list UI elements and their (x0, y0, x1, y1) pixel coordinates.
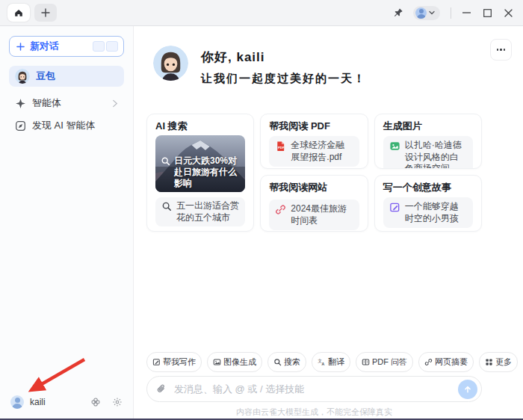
message-input[interactable] (173, 383, 458, 395)
doubao-app-window: 新对话 豆包 智能体 (0, 0, 523, 420)
titlebar-controls (388, 0, 519, 25)
maximize-icon (483, 9, 492, 17)
card-read-website[interactable]: 帮我阅读网站 2024最佳旅游时间表 (260, 175, 368, 232)
search-image-suggestion[interactable]: 日元大跌30%对赴日旅游有什么影响 (155, 135, 245, 192)
search-suggestion[interactable]: 五一出游适合赏花的五个城市 (155, 197, 245, 226)
doubao-avatar (15, 69, 30, 84)
discover-agents-icon (15, 120, 26, 132)
chip-label: 帮我写作 (163, 356, 196, 368)
suggestion-text: 以扎哈·哈迪德设计风格的白色商场空间 (405, 140, 467, 169)
card-title: 写一个创意故事 (383, 182, 473, 193)
sidebar-item-label: 豆包 (36, 70, 118, 83)
new-tab-plus-icon (41, 8, 50, 17)
pencil-square-icon (389, 202, 400, 213)
maximize-button[interactable] (477, 2, 498, 23)
greeting-avatar (153, 46, 188, 81)
close-icon (504, 9, 513, 17)
image-icon (213, 358, 221, 366)
link-icon (424, 358, 433, 366)
sidebar: 新对话 豆包 智能体 (0, 26, 134, 419)
card-title: AI 搜索 (155, 120, 245, 132)
chip-label: 图像生成 (223, 356, 256, 368)
chip-web-summary[interactable]: 网页摘要 (418, 352, 474, 372)
svg-text:A: A (322, 362, 325, 366)
chip-more[interactable]: 更多 (479, 352, 518, 372)
suggestion-text: 2024最佳旅游时间表 (291, 203, 353, 226)
story-suggestion[interactable]: 一个能够穿越时空的小男孩 (383, 197, 473, 228)
chip-write[interactable]: 帮我写作 (146, 352, 202, 372)
more-icon (497, 49, 499, 51)
skill-chips: 帮我写作 图像生成 搜索 文A 翻译 (146, 352, 518, 372)
search-image-query: 日元大跌30%对赴日旅游有什么影响 (174, 155, 242, 189)
website-suggestion[interactable]: 2024最佳旅游时间表 (269, 200, 359, 230)
chip-search[interactable]: 搜索 (267, 352, 306, 372)
profile-avatar-icon (415, 7, 427, 19)
titlebar-profile-menu[interactable] (413, 6, 440, 20)
pin-icon (393, 7, 403, 18)
window-titlebar (0, 0, 523, 26)
main-area: 你好, kaili 让我们一起度过美好的一天！ AI 搜索 (134, 26, 523, 417)
minimize-button[interactable] (456, 2, 477, 23)
chevron-right-icon (112, 99, 118, 108)
sidebar-item-label: 发现 AI 智能体 (32, 119, 118, 132)
search-icon (161, 156, 170, 166)
chip-label: PDF 问答 (372, 356, 407, 368)
translate-icon: 文A (318, 358, 326, 366)
new-tab-button[interactable] (34, 4, 57, 22)
more-grid-icon (485, 358, 493, 366)
send-button[interactable] (458, 380, 477, 399)
card-generate-image[interactable]: 生成图片 以扎哈·哈迪德设计风格的白色商场空间 (374, 114, 482, 169)
pdf-doc-icon (362, 358, 370, 366)
greeting-line2: 让我们一起度过美好的一天！ (201, 72, 366, 86)
card-ai-search[interactable]: AI 搜索 (146, 114, 254, 232)
close-button[interactable] (498, 2, 519, 23)
suggestion-text: 全球经济金融展望报告.pdf (291, 140, 353, 163)
card-title: 帮我阅读网站 (269, 182, 359, 193)
suggestion-text: 一个能够穿越时空的小男孩 (405, 201, 467, 224)
chip-label: 翻译 (328, 356, 344, 368)
pin-button[interactable] (388, 2, 409, 23)
sidebar-item-discover-agents[interactable]: 发现 AI 智能体 (9, 115, 124, 136)
pencil-square-icon (152, 358, 161, 366)
sidebar-item-agents[interactable]: 智能体 (9, 93, 124, 114)
message-input-bar (146, 376, 482, 402)
sidebar-item-label: 智能体 (32, 96, 112, 110)
arrow-up-icon (463, 385, 472, 394)
keyboard-shortcut-badge (93, 41, 118, 52)
suggestion-cards: AI 搜索 (146, 114, 482, 232)
home-tab-button[interactable] (7, 4, 30, 22)
pdf-suggestion[interactable]: PDF 全球经济金融展望报告.pdf (269, 136, 359, 167)
new-chat-label: 新对话 (30, 40, 59, 53)
caret-down-icon (429, 10, 435, 15)
more-options-button[interactable] (490, 39, 512, 61)
chip-label: 更多 (495, 356, 512, 368)
user-avatar[interactable] (10, 395, 24, 409)
suggestion-text: 五一出游适合赏花的五个城市 (176, 200, 239, 223)
chip-image-gen[interactable]: 图像生成 (207, 352, 262, 372)
home-icon (13, 7, 24, 18)
card-read-pdf[interactable]: 帮我阅读 PDF PDF 全球经济金融展望报告.pdf (260, 114, 368, 169)
titlebar-divider (451, 7, 451, 19)
search-icon (161, 201, 172, 211)
chip-translate[interactable]: 文A 翻译 (312, 352, 350, 372)
new-chat-button[interactable]: 新对话 (9, 36, 124, 57)
settings-gear-icon[interactable] (112, 397, 123, 407)
plus-icon (16, 43, 25, 51)
chip-pdf-qa[interactable]: PDF 问答 (356, 352, 413, 372)
card-title: 帮我阅读 PDF (269, 120, 359, 132)
username-label: kaili (30, 397, 79, 407)
greeting-line1: 你好, kaili (201, 49, 366, 66)
web-link-icon (275, 204, 286, 215)
sparkle-icon (15, 98, 26, 109)
image-gen-suggestion[interactable]: 以扎哈·哈迪德设计风格的白色商场空间 (383, 136, 473, 169)
disclaimer-text: 内容由云雀大模型生成，不能完全保障真实 (146, 407, 482, 418)
card-creative-story[interactable]: 写一个创意故事 一个能够穿越时空的小男孩 (374, 175, 482, 232)
pdf-file-icon: PDF (275, 140, 286, 152)
chip-label: 网页摘要 (435, 356, 468, 368)
paperclip-icon[interactable] (156, 383, 167, 395)
greeting: 你好, kaili 让我们一起度过美好的一天！ (153, 46, 366, 86)
clover-icon[interactable] (90, 397, 101, 407)
sidebar-item-doubao[interactable]: 豆包 (9, 66, 124, 87)
minimize-icon (462, 12, 471, 13)
chip-label: 搜索 (284, 356, 300, 368)
